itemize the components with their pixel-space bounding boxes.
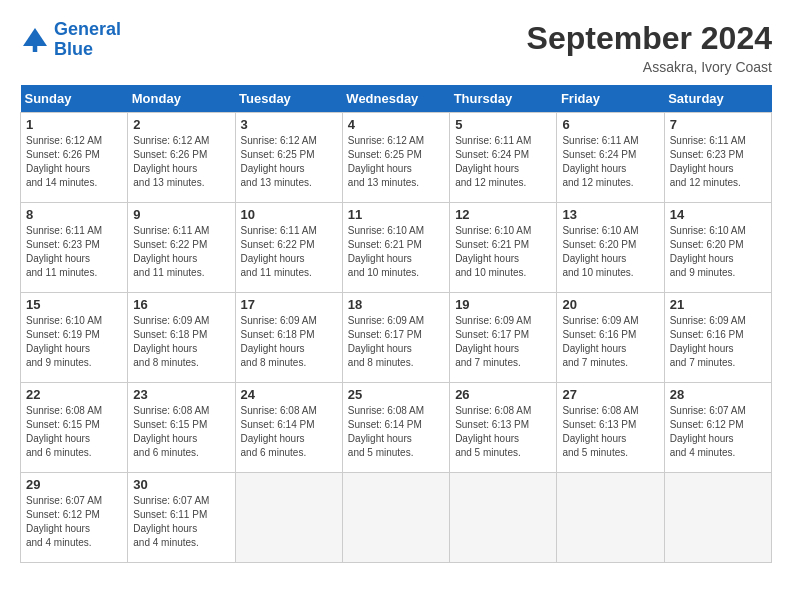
- calendar-cell: 19Sunrise: 6:09 AMSunset: 6:17 PMDayligh…: [450, 293, 557, 383]
- calendar-cell: 15Sunrise: 6:10 AMSunset: 6:19 PMDayligh…: [21, 293, 128, 383]
- day-info: Sunrise: 6:09 AMSunset: 6:18 PMDaylight …: [133, 314, 229, 370]
- weekday-header-friday: Friday: [557, 85, 664, 113]
- day-number: 14: [670, 207, 766, 222]
- day-number: 12: [455, 207, 551, 222]
- svg-marker-0: [23, 28, 47, 46]
- day-info: Sunrise: 6:09 AMSunset: 6:18 PMDaylight …: [241, 314, 337, 370]
- title-section: September 2024 Assakra, Ivory Coast: [527, 20, 772, 75]
- day-info: Sunrise: 6:08 AMSunset: 6:14 PMDaylight …: [241, 404, 337, 460]
- calendar-cell: 23Sunrise: 6:08 AMSunset: 6:15 PMDayligh…: [128, 383, 235, 473]
- weekday-header-wednesday: Wednesday: [342, 85, 449, 113]
- day-number: 1: [26, 117, 122, 132]
- day-number: 30: [133, 477, 229, 492]
- calendar-table: SundayMondayTuesdayWednesdayThursdayFrid…: [20, 85, 772, 563]
- weekday-header-tuesday: Tuesday: [235, 85, 342, 113]
- week-row-1: 1Sunrise: 6:12 AMSunset: 6:26 PMDaylight…: [21, 113, 772, 203]
- calendar-cell: 21Sunrise: 6:09 AMSunset: 6:16 PMDayligh…: [664, 293, 771, 383]
- calendar-cell: 25Sunrise: 6:08 AMSunset: 6:14 PMDayligh…: [342, 383, 449, 473]
- calendar-cell: 24Sunrise: 6:08 AMSunset: 6:14 PMDayligh…: [235, 383, 342, 473]
- day-info: Sunrise: 6:11 AMSunset: 6:24 PMDaylight …: [562, 134, 658, 190]
- weekday-header-thursday: Thursday: [450, 85, 557, 113]
- calendar-cell: 26Sunrise: 6:08 AMSunset: 6:13 PMDayligh…: [450, 383, 557, 473]
- day-info: Sunrise: 6:07 AMSunset: 6:12 PMDaylight …: [670, 404, 766, 460]
- day-info: Sunrise: 6:09 AMSunset: 6:17 PMDaylight …: [455, 314, 551, 370]
- day-number: 16: [133, 297, 229, 312]
- logo-line1: General: [54, 19, 121, 39]
- calendar-cell: 6Sunrise: 6:11 AMSunset: 6:24 PMDaylight…: [557, 113, 664, 203]
- day-info: Sunrise: 6:10 AMSunset: 6:21 PMDaylight …: [348, 224, 444, 280]
- calendar-cell: 22Sunrise: 6:08 AMSunset: 6:15 PMDayligh…: [21, 383, 128, 473]
- calendar-cell: 16Sunrise: 6:09 AMSunset: 6:18 PMDayligh…: [128, 293, 235, 383]
- calendar-cell: 7Sunrise: 6:11 AMSunset: 6:23 PMDaylight…: [664, 113, 771, 203]
- day-info: Sunrise: 6:10 AMSunset: 6:21 PMDaylight …: [455, 224, 551, 280]
- calendar-cell: 14Sunrise: 6:10 AMSunset: 6:20 PMDayligh…: [664, 203, 771, 293]
- calendar-cell: 17Sunrise: 6:09 AMSunset: 6:18 PMDayligh…: [235, 293, 342, 383]
- calendar-cell: 10Sunrise: 6:11 AMSunset: 6:22 PMDayligh…: [235, 203, 342, 293]
- day-info: Sunrise: 6:12 AMSunset: 6:26 PMDaylight …: [133, 134, 229, 190]
- calendar-cell: 27Sunrise: 6:08 AMSunset: 6:13 PMDayligh…: [557, 383, 664, 473]
- day-info: Sunrise: 6:09 AMSunset: 6:16 PMDaylight …: [670, 314, 766, 370]
- logo-line2: Blue: [54, 39, 93, 59]
- day-number: 18: [348, 297, 444, 312]
- day-info: Sunrise: 6:09 AMSunset: 6:16 PMDaylight …: [562, 314, 658, 370]
- day-info: Sunrise: 6:11 AMSunset: 6:23 PMDaylight …: [26, 224, 122, 280]
- day-number: 28: [670, 387, 766, 402]
- day-info: Sunrise: 6:11 AMSunset: 6:24 PMDaylight …: [455, 134, 551, 190]
- day-number: 8: [26, 207, 122, 222]
- day-number: 15: [26, 297, 122, 312]
- day-number: 21: [670, 297, 766, 312]
- day-info: Sunrise: 6:10 AMSunset: 6:19 PMDaylight …: [26, 314, 122, 370]
- day-number: 25: [348, 387, 444, 402]
- calendar-cell: 2Sunrise: 6:12 AMSunset: 6:26 PMDaylight…: [128, 113, 235, 203]
- day-number: 20: [562, 297, 658, 312]
- calendar-cell: 3Sunrise: 6:12 AMSunset: 6:25 PMDaylight…: [235, 113, 342, 203]
- day-info: Sunrise: 6:12 AMSunset: 6:25 PMDaylight …: [241, 134, 337, 190]
- logo-text: General Blue: [54, 20, 121, 60]
- calendar-cell: [664, 473, 771, 563]
- week-row-3: 15Sunrise: 6:10 AMSunset: 6:19 PMDayligh…: [21, 293, 772, 383]
- day-info: Sunrise: 6:08 AMSunset: 6:14 PMDaylight …: [348, 404, 444, 460]
- logo-icon: [20, 25, 50, 55]
- calendar-cell: 5Sunrise: 6:11 AMSunset: 6:24 PMDaylight…: [450, 113, 557, 203]
- calendar-cell: 18Sunrise: 6:09 AMSunset: 6:17 PMDayligh…: [342, 293, 449, 383]
- weekday-header-row: SundayMondayTuesdayWednesdayThursdayFrid…: [21, 85, 772, 113]
- location-title: Assakra, Ivory Coast: [527, 59, 772, 75]
- day-number: 2: [133, 117, 229, 132]
- logo: General Blue: [20, 20, 121, 60]
- day-info: Sunrise: 6:08 AMSunset: 6:13 PMDaylight …: [562, 404, 658, 460]
- week-row-2: 8Sunrise: 6:11 AMSunset: 6:23 PMDaylight…: [21, 203, 772, 293]
- day-info: Sunrise: 6:12 AMSunset: 6:25 PMDaylight …: [348, 134, 444, 190]
- day-number: 23: [133, 387, 229, 402]
- weekday-header-sunday: Sunday: [21, 85, 128, 113]
- weekday-header-saturday: Saturday: [664, 85, 771, 113]
- calendar-cell: [450, 473, 557, 563]
- calendar-cell: 11Sunrise: 6:10 AMSunset: 6:21 PMDayligh…: [342, 203, 449, 293]
- day-info: Sunrise: 6:10 AMSunset: 6:20 PMDaylight …: [562, 224, 658, 280]
- day-info: Sunrise: 6:11 AMSunset: 6:22 PMDaylight …: [133, 224, 229, 280]
- day-info: Sunrise: 6:07 AMSunset: 6:12 PMDaylight …: [26, 494, 122, 550]
- day-info: Sunrise: 6:12 AMSunset: 6:26 PMDaylight …: [26, 134, 122, 190]
- calendar-cell: 28Sunrise: 6:07 AMSunset: 6:12 PMDayligh…: [664, 383, 771, 473]
- calendar-cell: 29Sunrise: 6:07 AMSunset: 6:12 PMDayligh…: [21, 473, 128, 563]
- day-number: 10: [241, 207, 337, 222]
- page-header: General Blue September 2024 Assakra, Ivo…: [20, 20, 772, 75]
- day-info: Sunrise: 6:10 AMSunset: 6:20 PMDaylight …: [670, 224, 766, 280]
- calendar-cell: [342, 473, 449, 563]
- day-info: Sunrise: 6:08 AMSunset: 6:15 PMDaylight …: [133, 404, 229, 460]
- day-number: 13: [562, 207, 658, 222]
- calendar-cell: [557, 473, 664, 563]
- calendar-cell: [235, 473, 342, 563]
- day-number: 22: [26, 387, 122, 402]
- week-row-4: 22Sunrise: 6:08 AMSunset: 6:15 PMDayligh…: [21, 383, 772, 473]
- calendar-cell: 8Sunrise: 6:11 AMSunset: 6:23 PMDaylight…: [21, 203, 128, 293]
- day-info: Sunrise: 6:08 AMSunset: 6:13 PMDaylight …: [455, 404, 551, 460]
- day-number: 29: [26, 477, 122, 492]
- calendar-cell: 12Sunrise: 6:10 AMSunset: 6:21 PMDayligh…: [450, 203, 557, 293]
- calendar-cell: 20Sunrise: 6:09 AMSunset: 6:16 PMDayligh…: [557, 293, 664, 383]
- day-number: 17: [241, 297, 337, 312]
- svg-rect-1: [33, 46, 38, 52]
- calendar-cell: 1Sunrise: 6:12 AMSunset: 6:26 PMDaylight…: [21, 113, 128, 203]
- weekday-header-monday: Monday: [128, 85, 235, 113]
- day-number: 27: [562, 387, 658, 402]
- day-number: 6: [562, 117, 658, 132]
